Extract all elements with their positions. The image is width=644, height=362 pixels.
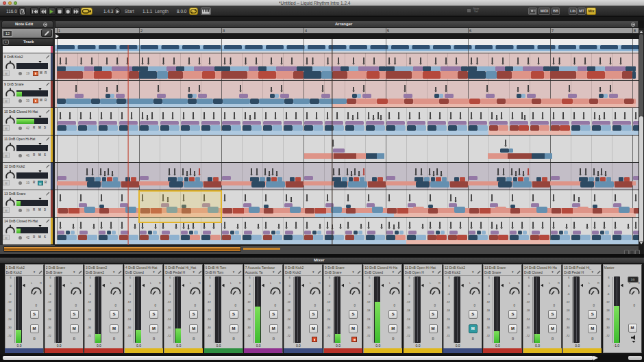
svg-text:0: 0 <box>75 304 77 307</box>
svg-text:R: R <box>279 281 281 285</box>
svg-text:1: 1 <box>58 29 60 33</box>
svg-text:R: R <box>40 281 42 285</box>
svg-text:0: 0 <box>554 304 556 307</box>
svg-text:R: R <box>558 281 560 285</box>
svg-text:R: R <box>478 281 480 285</box>
svg-text:L: L <box>230 281 232 285</box>
svg-text:0: 0 <box>633 304 635 307</box>
svg-text:L: L <box>469 281 471 285</box>
svg-text:0: 0 <box>155 304 157 307</box>
svg-text:L: L <box>389 281 391 285</box>
svg-text:R: R <box>597 281 599 285</box>
svg-text:R: R <box>518 281 520 285</box>
svg-text:R: R <box>159 281 161 285</box>
svg-text:R: R <box>438 281 441 285</box>
svg-text:0: 0 <box>473 304 475 307</box>
svg-text:0: 0 <box>354 304 356 307</box>
svg-text:L: L <box>110 281 112 285</box>
svg-text:L: L <box>190 281 192 285</box>
svg-text:0: 0 <box>394 304 396 307</box>
svg-text:L: L <box>31 281 33 285</box>
svg-text:0: 0 <box>513 304 515 307</box>
svg-text:3: 3 <box>223 29 225 33</box>
svg-text:L: L <box>150 281 152 285</box>
svg-text:L: L <box>509 281 511 285</box>
svg-text:0: 0 <box>114 304 116 307</box>
svg-text:L: L <box>71 281 73 285</box>
svg-text:R: R <box>319 281 321 285</box>
svg-text:L: L <box>430 281 432 285</box>
svg-text:R: R <box>79 281 82 285</box>
svg-text:R: R <box>358 281 360 285</box>
svg-text:L: L <box>549 281 551 285</box>
svg-text:0: 0 <box>274 304 276 307</box>
svg-text:4: 4 <box>305 29 307 33</box>
svg-text:8: 8 <box>634 29 636 33</box>
svg-text:2: 2 <box>140 29 143 33</box>
svg-text:0: 0 <box>35 304 37 307</box>
svg-text:5: 5 <box>387 29 389 33</box>
svg-text:L: L <box>310 281 312 285</box>
svg-text:L: L <box>349 281 351 285</box>
svg-text:6: 6 <box>469 29 471 33</box>
svg-text:L: L <box>589 281 591 285</box>
svg-text:R: R <box>239 281 241 285</box>
svg-text:R: R <box>398 281 400 285</box>
svg-text:L: L <box>270 281 272 285</box>
svg-text:R: R <box>119 281 121 285</box>
svg-text:R: R <box>199 281 201 285</box>
svg-text:0: 0 <box>195 304 197 307</box>
svg-text:0: 0 <box>593 304 595 307</box>
svg-text:0: 0 <box>314 304 316 307</box>
svg-text:0: 0 <box>234 304 236 307</box>
svg-text:0: 0 <box>434 304 436 307</box>
svg-text:7: 7 <box>552 29 554 33</box>
